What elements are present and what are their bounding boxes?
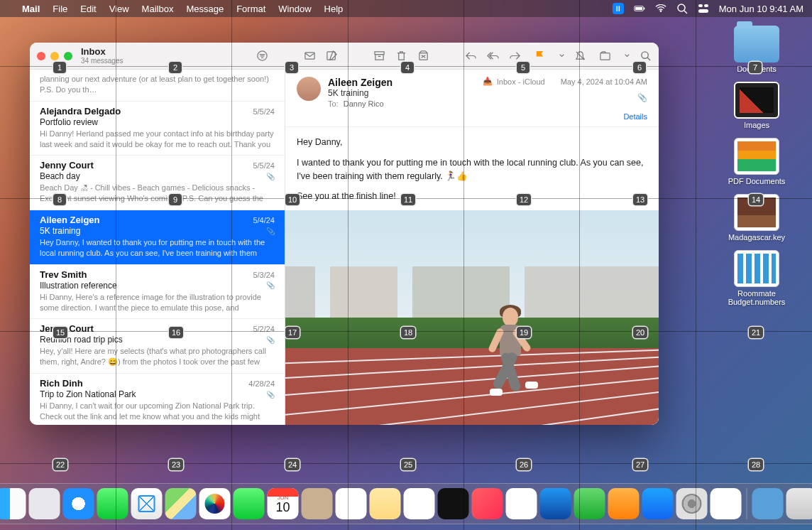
desktop-icons: DocumentsImagesPDF DocumentsMadagascar.k…: [714, 26, 799, 306]
msg-sender: Jenny Court: [40, 160, 94, 171]
details-link[interactable]: Details: [483, 112, 647, 121]
compose-icon[interactable]: [304, 50, 316, 62]
mute-icon[interactable]: [574, 50, 586, 62]
menu-message[interactable]: Message: [180, 4, 230, 14]
move-icon[interactable]: [599, 50, 611, 62]
dock[interactable]: JUN10: [0, 483, 812, 524]
attachment-icon[interactable]: 📎: [483, 93, 647, 102]
wifi-icon[interactable]: [655, 3, 666, 14]
dock-launchpad[interactable]: [29, 488, 60, 519]
dock-messages[interactable]: [97, 488, 128, 519]
dock-trash[interactable]: [786, 488, 813, 519]
menu-app[interactable]: Mail: [16, 4, 46, 14]
grid-badge: 23: [169, 459, 183, 470]
msg-preview: Hi Danny, Here's a reference image for t…: [40, 292, 275, 313]
dock-music[interactable]: [472, 488, 503, 519]
menu-file[interactable]: File: [46, 4, 74, 14]
message-list[interactable]: planning our next adventure (or at least…: [30, 70, 285, 425]
dock-settings[interactable]: [676, 488, 708, 519]
desktop-item[interactable]: PDF Documents: [714, 138, 799, 185]
reading-pane: Aileen Zeigen 5K training To: Danny Rico…: [285, 70, 659, 425]
dock-safari[interactable]: [63, 488, 94, 519]
message-row[interactable]: Jenny Court5/2/24Reunion road trip pics📎…: [30, 319, 285, 374]
menu-format[interactable]: Format: [230, 4, 272, 14]
svg-rect-22: [600, 53, 610, 60]
message-row[interactable]: Trev Smith5/3/24Illustration reference📎H…: [30, 265, 285, 320]
flag-menu-icon[interactable]: [556, 50, 561, 62]
window-controls: [37, 52, 72, 60]
msg-sender: Alejandra Delgado: [40, 106, 121, 117]
key-icon: [734, 194, 779, 231]
dock-reminders[interactable]: [336, 488, 367, 519]
inbox-icon: 📥: [483, 77, 493, 86]
junk-icon[interactable]: [417, 50, 429, 62]
flag-icon[interactable]: [534, 50, 546, 62]
toolbar: [256, 50, 652, 62]
grid-badge: 26: [517, 459, 531, 470]
message-row[interactable]: Alejandra Delgado5/5/24Portfolio reviewH…: [30, 102, 285, 156]
dock-numbers[interactable]: [574, 488, 605, 519]
dock-photos[interactable]: [199, 488, 231, 519]
msg-date: 5/3/24: [253, 271, 275, 279]
new-message-icon[interactable]: [326, 50, 338, 62]
zoom-button[interactable]: [64, 52, 72, 60]
dock-downloads[interactable]: [752, 488, 784, 519]
desktop-item[interactable]: Images: [714, 82, 799, 129]
menu-edit[interactable]: Edit: [74, 4, 102, 14]
dock-appstore[interactable]: [642, 488, 674, 519]
menu-window[interactable]: Window: [272, 4, 317, 14]
msg-subject: Reunion road trip pics: [40, 335, 123, 345]
dock-contacts[interactable]: [302, 488, 333, 519]
trash-icon[interactable]: [395, 50, 407, 62]
forward-icon[interactable]: [509, 50, 521, 62]
dock-calendar[interactable]: JUN10: [268, 488, 299, 519]
dock-finder[interactable]: [0, 488, 26, 519]
dock-tv[interactable]: [438, 488, 469, 519]
header-timestamp: May 4, 2024 at 10:04 AM: [561, 77, 647, 86]
header-to: Danny Rico: [344, 99, 384, 108]
close-button[interactable]: [37, 52, 45, 60]
svg-rect-6: [698, 4, 703, 7]
desktop-item-label: PDF Documents: [728, 177, 786, 185]
dock-pages[interactable]: [608, 488, 640, 519]
dock-facetime[interactable]: [234, 488, 265, 519]
dock-mirroring[interactable]: [710, 488, 742, 519]
menubar[interactable]: Mail FileEditViewMailboxMessageFormatWin…: [0, 0, 812, 17]
dock-maps[interactable]: [165, 488, 197, 519]
dock-news[interactable]: [506, 488, 537, 519]
mail-titlebar[interactable]: Inbox 34 messages: [30, 43, 659, 70]
menu-view[interactable]: View: [103, 4, 136, 14]
svg-point-4: [678, 4, 685, 11]
archive-icon[interactable]: [373, 50, 385, 62]
header-from: Aileen Zeigen: [328, 77, 476, 88]
desktop-item[interactable]: Documents: [714, 26, 799, 73]
dock-keynote[interactable]: [540, 488, 571, 519]
minimize-button[interactable]: [50, 52, 59, 60]
dock-freeform[interactable]: [404, 488, 435, 519]
message-row[interactable]: planning our next adventure (or at least…: [30, 70, 285, 102]
desktop-item[interactable]: Madagascar.key: [714, 194, 799, 242]
desktop-item[interactable]: Roommate Budget.numbers: [714, 250, 799, 306]
reply-all-icon[interactable]: [487, 50, 499, 62]
grid-badge: 27: [633, 459, 647, 470]
reply-icon[interactable]: [465, 50, 477, 62]
dock-mail[interactable]: [131, 488, 163, 519]
move-menu-icon[interactable]: [621, 50, 627, 62]
msg-preview: Hey, y'all! Here are my selects (that's …: [40, 346, 275, 367]
message-row[interactable]: Rich Dinh4/28/24Trip to Zion National Pa…: [30, 374, 285, 425]
menubar-datetime[interactable]: Mon Jun 10 9:41 AM: [719, 4, 803, 14]
spotlight-icon[interactable]: [676, 3, 688, 14]
msg-date: 5/2/24: [253, 325, 275, 333]
menu-help[interactable]: Help: [318, 4, 350, 14]
control-center-icon[interactable]: [698, 3, 709, 14]
message-row[interactable]: Jenny Court5/5/24Beach day📎Beach Day 🏖 -…: [30, 156, 285, 210]
svg-rect-8: [698, 9, 708, 13]
message-row[interactable]: Aileen Zeigen5/4/245K training📎Hey Danny…: [30, 210, 285, 265]
filter-icon[interactable]: [256, 50, 268, 62]
msg-date: 5/5/24: [253, 107, 275, 116]
dock-notes[interactable]: [370, 488, 401, 519]
search-icon[interactable]: [640, 50, 652, 62]
menu-mailbox[interactable]: Mailbox: [136, 4, 180, 14]
battery-icon[interactable]: [634, 3, 645, 14]
siri-icon[interactable]: ⏸: [613, 3, 624, 14]
